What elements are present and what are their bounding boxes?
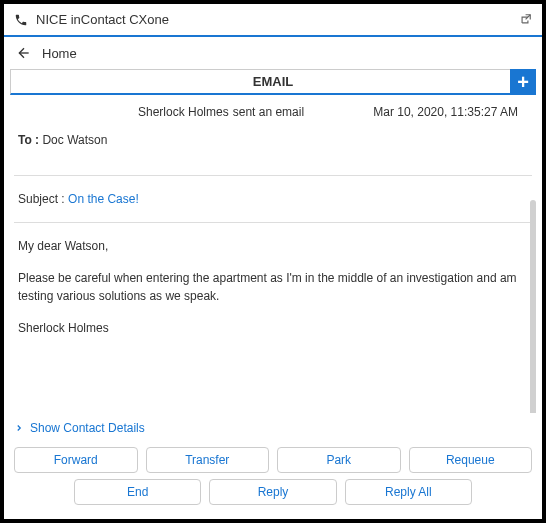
action-buttons: Forward Transfer Park Requeue End Reply … (4, 443, 542, 519)
add-button[interactable]: + (510, 69, 536, 95)
show-contact-label: Show Contact Details (30, 421, 145, 435)
email-body: My dear Watson, Please be careful when e… (14, 227, 532, 361)
show-contact-toggle[interactable]: Show Contact Details (4, 413, 542, 443)
email-section-header: EMAIL + (10, 69, 536, 95)
to-line: To : Doc Watson (14, 123, 532, 171)
subject-value: On the Case! (68, 192, 139, 206)
title-bar: NICE inContact CXone (4, 4, 542, 37)
home-breadcrumb[interactable]: Home (42, 46, 77, 61)
park-button[interactable]: Park (277, 447, 401, 473)
app-window: NICE inContact CXone Home EMAIL + Sherlo… (4, 4, 542, 519)
forward-button[interactable]: Forward (14, 447, 138, 473)
body-paragraph: Please be careful when entering the apar… (18, 269, 528, 305)
divider (14, 222, 532, 223)
subject-label: Subject : (18, 192, 65, 206)
divider (14, 175, 532, 176)
sender-name: Sherlock Holmes (138, 105, 229, 119)
email-header-title: EMAIL (11, 74, 535, 89)
phone-icon (14, 13, 28, 27)
to-value: Doc Watson (42, 133, 107, 147)
app-title: NICE inContact CXone (36, 12, 169, 27)
end-button[interactable]: End (74, 479, 201, 505)
body-signature: Sherlock Holmes (18, 319, 528, 337)
requeue-button[interactable]: Requeue (409, 447, 533, 473)
reply-all-button[interactable]: Reply All (345, 479, 472, 505)
transfer-button[interactable]: Transfer (146, 447, 270, 473)
email-status: sent an email (233, 105, 304, 119)
subject-line: Subject : On the Case! (14, 180, 532, 218)
plus-icon: + (517, 71, 529, 94)
scrollbar[interactable] (530, 200, 536, 413)
content-area: Sherlock Holmes sent an email Mar 10, 20… (4, 95, 542, 413)
body-greeting: My dear Watson, (18, 237, 528, 255)
chevron-right-icon (14, 423, 24, 433)
to-label: To : (18, 133, 39, 147)
email-info-line: Sherlock Holmes sent an email Mar 10, 20… (14, 95, 532, 123)
nav-bar: Home (4, 37, 542, 69)
popout-icon[interactable] (518, 13, 532, 27)
reply-button[interactable]: Reply (209, 479, 336, 505)
email-timestamp: Mar 10, 2020, 11:35:27 AM (373, 105, 518, 119)
back-arrow-icon[interactable] (16, 45, 32, 61)
